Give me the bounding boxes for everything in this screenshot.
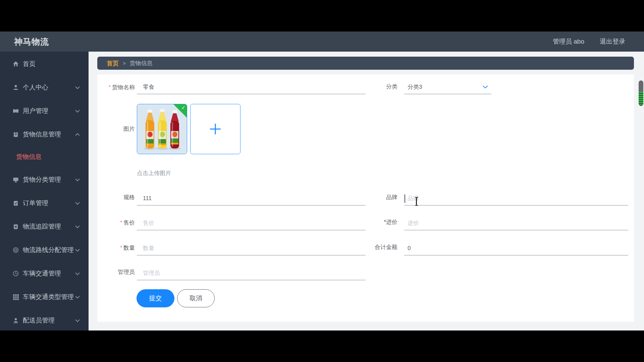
sell-price-label: *售价: [97, 218, 135, 227]
upload-image-button[interactable]: [190, 104, 240, 154]
clipboard-x-icon: [12, 223, 19, 230]
total-amount-input[interactable]: [404, 241, 628, 255]
breadcrumb-current: 货物信息: [130, 59, 153, 67]
text-caret: [405, 194, 405, 203]
plus-icon: [209, 123, 222, 135]
top-header: 神马物流 管理员 abo 退出登录: [0, 32, 644, 52]
chevron-down-icon: [75, 86, 80, 89]
sidebar-item-personal-center[interactable]: 个人中心: [0, 76, 89, 99]
chevron-down-icon: [75, 110, 80, 113]
cancel-button[interactable]: 取消: [177, 289, 215, 307]
quantity-label: *数量: [97, 243, 135, 252]
scrollbar-thumb[interactable]: [639, 80, 643, 106]
sidebar-item-label: 车辆交通类型管理: [23, 293, 74, 301]
scrollbar-cap: [639, 105, 643, 106]
manager-input[interactable]: [137, 266, 366, 280]
chevron-down-icon: [75, 296, 80, 299]
chevron-down-icon: [75, 225, 80, 228]
check-icon: ✓: [181, 105, 185, 111]
cargo-name-label: *货物名称: [97, 83, 135, 92]
app-logo: 神马物流: [14, 32, 49, 52]
chevron-down-icon: [75, 319, 80, 322]
sidebar-item-label: 物流路线分配管理: [23, 246, 74, 254]
submit-button[interactable]: 提交: [137, 289, 174, 307]
sidebar-item-logistics-tracking-management[interactable]: 物流追踪管理: [0, 215, 89, 238]
sidebar-item-cargo-info-management[interactable]: 货物信息管理: [0, 123, 89, 146]
users-icon: [12, 107, 19, 115]
sidebar-item-order-management[interactable]: 订单管理: [0, 191, 89, 215]
chevron-up-icon: [75, 133, 80, 136]
brand-label: 品牌: [354, 193, 397, 201]
clock-icon: [12, 270, 19, 277]
main-viewport: 首页 个人中心 用户管理 货物信息管理: [0, 52, 644, 330]
category-select[interactable]: 分类3: [404, 80, 491, 94]
sidebar-subitem-label: 货物信息: [16, 153, 42, 161]
buy-price-input[interactable]: [404, 216, 628, 230]
sidebar-item-vehicle-type-management[interactable]: 车辆交通类型管理: [0, 285, 89, 309]
sidebar-item-courier-management[interactable]: 配送员管理: [0, 309, 89, 332]
spec-label: 规格: [97, 193, 135, 201]
cargo-info-form-card: *货物名称 分类 分类3 图片: [97, 74, 634, 322]
brand-field-wrap: [404, 191, 628, 205]
sidebar-item-label: 用户管理: [23, 107, 48, 115]
sidebar-item-cargo-category-management[interactable]: 货物分类管理: [0, 168, 89, 191]
sidebar-item-label: 首页: [23, 60, 36, 68]
sidebar-item-user-management[interactable]: 用户管理: [0, 99, 89, 123]
sidebar-item-route-assignment-management[interactable]: 物流路线分配管理: [0, 238, 89, 262]
sidebar-nav: 首页 个人中心 用户管理 货物信息管理: [0, 52, 89, 330]
sidebar-item-label: 订单管理: [23, 199, 48, 207]
sell-price-input[interactable]: [137, 216, 366, 230]
required-asterisk: *: [384, 219, 386, 225]
sidebar-item-vehicle-traffic-management[interactable]: 车辆交通管理: [0, 262, 89, 285]
clipboard-check-icon: [12, 199, 19, 207]
sidebar-item-label: 配送员管理: [23, 316, 55, 325]
breadcrumb-separator: >: [123, 60, 126, 66]
clipboard-icon: [12, 131, 19, 138]
total-amount-field-wrap: [404, 241, 628, 255]
chevron-down-icon: [483, 85, 488, 88]
chevron-down-icon: [75, 178, 80, 181]
app-window: 神马物流 管理员 abo 退出登录 首页 个人中心: [0, 0, 644, 362]
grid-icon: [12, 293, 19, 301]
sidebar-item-label: 货物信息管理: [23, 130, 61, 139]
cargo-name-input[interactable]: [137, 80, 366, 94]
buy-price-field-wrap: [404, 216, 628, 230]
sidebar-item-label: 个人中心: [23, 83, 48, 92]
cargo-name-field-wrap: [137, 80, 366, 94]
chevron-down-icon: [75, 272, 80, 275]
ibeam-cursor: [414, 197, 419, 206]
buy-price-label: *进价: [354, 218, 397, 226]
category-label: 分类: [354, 83, 397, 91]
uploaded-image-thumbnail[interactable]: ✓: [137, 104, 187, 154]
sidebar-item-home[interactable]: 首页: [0, 52, 89, 76]
home-icon: [12, 60, 19, 68]
quantity-input[interactable]: [137, 241, 366, 255]
total-amount-label: 合计金额: [354, 243, 397, 251]
header-right: 管理员 abo 退出登录: [553, 32, 625, 52]
required-asterisk: *: [120, 219, 122, 225]
manager-field-wrap: [137, 266, 366, 280]
spec-input[interactable]: [137, 191, 366, 205]
courier-icon: [12, 317, 19, 324]
target-icon: [12, 246, 19, 254]
quantity-field-wrap: [137, 241, 366, 255]
brand-input[interactable]: [404, 191, 628, 205]
manager-label: 管理员: [97, 268, 135, 276]
monitor-icon: [12, 176, 19, 183]
logout-link[interactable]: 退出登录: [600, 37, 625, 46]
required-asterisk: *: [120, 244, 122, 250]
scrollbar-stripes: [639, 92, 643, 105]
required-asterisk: *: [109, 84, 111, 89]
breadcrumb: 首页 > 货物信息: [97, 57, 634, 70]
sidebar-item-label: 货物分类管理: [23, 175, 61, 184]
upload-hint-text: 点击上传图片: [137, 169, 171, 177]
sell-price-field-wrap: [137, 216, 366, 230]
breadcrumb-home-link[interactable]: 首页: [107, 59, 119, 67]
sidebar-item-label: 物流追踪管理: [23, 222, 61, 231]
spec-field-wrap: [137, 191, 366, 205]
category-selected-value: 分类3: [408, 83, 422, 91]
current-user-label: 管理员 abo: [553, 37, 584, 46]
sidebar-subitem-cargo-info-active[interactable]: 货物信息: [0, 147, 89, 167]
sidebar-item-label: 车辆交通管理: [23, 269, 61, 278]
chevron-down-icon: [75, 249, 80, 252]
